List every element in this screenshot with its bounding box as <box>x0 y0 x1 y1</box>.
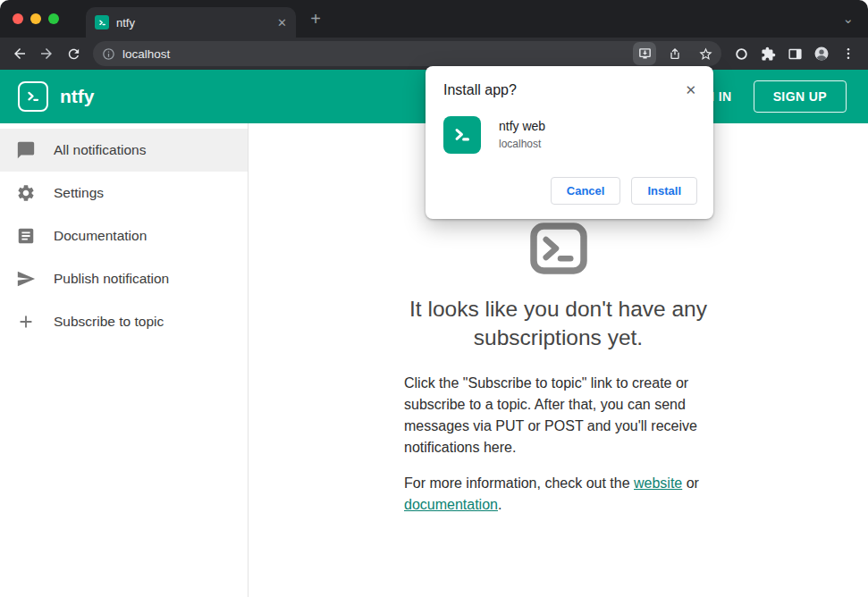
sign-up-button[interactable]: SIGN UP <box>754 80 847 113</box>
bookmark-star-icon[interactable] <box>694 42 717 65</box>
share-icon[interactable] <box>663 42 687 65</box>
cancel-button[interactable]: Cancel <box>551 177 621 205</box>
traffic-lights <box>0 13 70 24</box>
close-window-button[interactable] <box>13 13 23 24</box>
profile-avatar[interactable] <box>809 41 834 66</box>
tab-close-icon[interactable]: ✕ <box>277 17 287 29</box>
sidebar-item-settings[interactable]: Settings <box>0 172 248 214</box>
dialog-app-name: ntfy web <box>499 119 545 133</box>
info-text: For more information, check out the <box>404 475 634 491</box>
info-text: . <box>498 497 501 512</box>
install-button[interactable]: Install <box>631 177 697 205</box>
browser-window: ntfy ✕ + ⌄ localhost <box>0 0 868 597</box>
install-app-icon[interactable] <box>633 42 656 65</box>
empty-state-info: For more information, check out the webs… <box>404 473 712 516</box>
browser-tab[interactable]: ntfy ✕ <box>86 7 296 38</box>
install-app-dialog: Install app? ✕ ntfy web localhost Cancel… <box>426 66 713 219</box>
info-text: or <box>682 475 699 491</box>
forward-button[interactable] <box>34 41 59 66</box>
tab-title: ntfy <box>116 16 270 29</box>
maximize-window-button[interactable] <box>48 13 59 24</box>
minimize-window-button[interactable] <box>30 13 41 24</box>
sidebar: All notifications Settings Documentation… <box>0 123 249 597</box>
back-button[interactable] <box>7 41 32 66</box>
sidebar-item-subscribe-to-topic[interactable]: Subscribe to topic <box>0 300 248 343</box>
documentation-link[interactable]: documentation <box>404 497 498 512</box>
tab-list-chevron-icon[interactable]: ⌄ <box>842 11 854 27</box>
empty-state-heading: It looks like you don't have any subscri… <box>384 295 733 353</box>
send-icon <box>16 269 36 289</box>
sidebar-item-documentation[interactable]: Documentation <box>0 214 248 257</box>
browser-toolbar: localhost <box>0 38 868 70</box>
empty-state-paragraph: Click the "Subscribe to topic" link to c… <box>404 373 712 458</box>
sidebar-item-label: Publish notification <box>54 271 169 287</box>
sidebar-item-publish-notification[interactable]: Publish notification <box>0 257 248 300</box>
website-link[interactable]: website <box>634 475 682 491</box>
dialog-app-info: ntfy web localhost <box>499 116 545 150</box>
dialog-app-origin: localhost <box>499 138 545 150</box>
empty-state-text: Click the "Subscribe to topic" link to c… <box>404 373 712 516</box>
chat-icon <box>16 140 36 160</box>
side-panel-icon[interactable] <box>782 41 807 66</box>
extension-icon[interactable] <box>729 41 754 66</box>
site-info-icon[interactable] <box>102 47 115 61</box>
sidebar-item-label: Subscribe to topic <box>54 314 164 330</box>
menu-kebab-icon[interactable] <box>836 41 861 66</box>
dialog-close-icon[interactable]: ✕ <box>682 82 699 97</box>
sidebar-item-all-notifications[interactable]: All notifications <box>0 129 248 172</box>
reload-button[interactable] <box>61 41 86 66</box>
plus-icon <box>16 312 36 332</box>
extensions-puzzle-icon[interactable] <box>755 41 780 66</box>
tab-strip: ntfy ✕ + ⌄ <box>0 0 868 38</box>
ntfy-empty-state-icon <box>529 222 588 279</box>
url-text[interactable]: localhost <box>122 47 626 61</box>
dialog-title: Install app? <box>443 82 682 98</box>
tab-favicon-ntfy-icon <box>95 15 109 29</box>
book-icon <box>16 226 36 246</box>
sidebar-item-label: All notifications <box>54 142 146 158</box>
gear-icon <box>16 183 36 203</box>
new-tab-button[interactable]: + <box>303 6 328 31</box>
ntfy-logo-icon <box>18 81 48 112</box>
ntfy-app-icon <box>443 116 481 154</box>
sidebar-item-label: Documentation <box>54 228 147 244</box>
sidebar-item-label: Settings <box>54 185 104 201</box>
address-bar[interactable]: localhost <box>93 41 721 66</box>
app-title: ntfy <box>60 86 95 107</box>
